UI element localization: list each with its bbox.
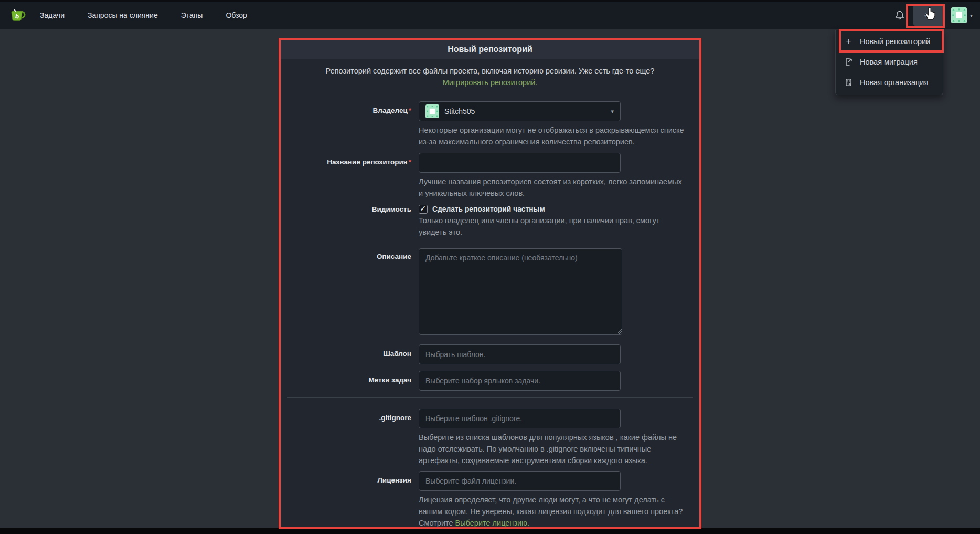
- user-menu-button[interactable]: ▾: [951, 7, 973, 23]
- private-checkbox-label: Сделать репозиторий частным: [432, 205, 545, 213]
- plus-icon: +: [923, 10, 929, 21]
- gitignore-label: .gitignore: [281, 409, 419, 466]
- owner-help: Некоторые организации могут не отображат…: [419, 124, 688, 148]
- navbar: b Задачи Запросы на слияние Этапы Обзор …: [0, 0, 980, 29]
- nav-item-issues[interactable]: Задачи: [40, 11, 65, 19]
- repo-name-label: Название репозитория*: [281, 153, 419, 199]
- visibility-row: Видимость Сделать репозиторий частным То…: [281, 205, 699, 238]
- menu-item-label: Новый репозиторий: [860, 37, 930, 46]
- section-divider: [287, 397, 693, 398]
- organization-icon: [844, 78, 853, 87]
- menu-item-label: Новая миграция: [860, 58, 918, 66]
- gitignore-input[interactable]: [419, 409, 621, 428]
- gitea-logo-icon: b: [9, 7, 26, 24]
- menu-item-new-repository[interactable]: + Новый репозиторий: [836, 31, 943, 51]
- owner-value: Stitch505: [444, 107, 475, 116]
- repo-name-input[interactable]: [419, 153, 621, 173]
- template-input[interactable]: [419, 344, 621, 364]
- license-label: Лицензия: [281, 471, 419, 529]
- chevron-down-icon: ▾: [970, 13, 973, 18]
- menu-item-label: Новая организация: [860, 78, 928, 87]
- navbar-right: + ▾ ▾: [894, 5, 973, 26]
- create-new-button[interactable]: + ▾: [913, 5, 944, 26]
- nav-item-milestones[interactable]: Этапы: [181, 11, 203, 19]
- menu-item-new-migration[interactable]: Новая миграция: [836, 51, 943, 72]
- issue-labels-input[interactable]: [419, 371, 621, 391]
- issue-labels-row: Метки задач: [281, 371, 699, 391]
- description-textarea[interactable]: [419, 248, 622, 335]
- textarea-resize-handle[interactable]: [615, 328, 622, 334]
- form-header: Новый репозиторий: [281, 40, 699, 59]
- required-asterisk: *: [409, 107, 411, 114]
- nav-item-explore[interactable]: Обзор: [226, 11, 247, 19]
- visibility-label: Видимость: [281, 205, 419, 238]
- template-label: Шаблон: [281, 344, 419, 364]
- owner-avatar: [425, 104, 439, 118]
- menu-item-new-organization[interactable]: Новая организация: [836, 72, 943, 92]
- chevron-down-icon: ▾: [611, 108, 614, 115]
- chevron-down-icon: ▾: [931, 13, 934, 18]
- page-title: Новый репозиторий: [448, 45, 532, 54]
- owner-row: Владелец* Stitch505 ▾ Некоторые организа…: [281, 101, 699, 148]
- create-new-dropdown: + Новый репозиторий Новая миграция Новая…: [835, 30, 943, 95]
- owner-label: Владелец*: [281, 101, 419, 148]
- issue-labels-label: Метки задач: [281, 371, 419, 391]
- repo-name-row: Название репозитория* Лучшие названия ре…: [281, 153, 699, 199]
- gitignore-help: Выберите из списка шаблонов для популярн…: [419, 432, 688, 466]
- description-row: Описание: [281, 248, 699, 337]
- required-asterisk: *: [409, 158, 411, 166]
- repo-name-help: Лучшие названия репозиториев состоят из …: [419, 176, 688, 199]
- license-input[interactable]: [419, 471, 621, 491]
- migrate-repository-link[interactable]: Мигрировать репозиторий.: [443, 78, 538, 87]
- description-label: Описание: [281, 248, 419, 337]
- intro-text: Репозиторий содержит все файлы проекта, …: [326, 67, 655, 75]
- gitea-logo[interactable]: b: [9, 7, 26, 24]
- owner-select[interactable]: Stitch505 ▾: [419, 101, 621, 121]
- choose-license-link[interactable]: Выберите лицензию.: [455, 519, 529, 527]
- gitignore-row: .gitignore Выберите из списка шаблонов д…: [281, 409, 699, 466]
- user-avatar: [951, 7, 967, 23]
- migrate-icon: [844, 58, 853, 66]
- new-repository-form: Новый репозиторий Репозиторий содержит в…: [279, 38, 701, 529]
- nav-item-pull-requests[interactable]: Запросы на слияние: [88, 11, 158, 19]
- notifications-bell-icon[interactable]: [894, 9, 906, 21]
- license-help: Лицензия определяет, что другие люди мог…: [419, 494, 688, 529]
- checkbox-checked-icon[interactable]: [419, 205, 428, 214]
- primary-nav: Задачи Запросы на слияние Этапы Обзор: [40, 11, 247, 19]
- visibility-help: Только владелец или члены организации, п…: [419, 215, 688, 238]
- form-intro: Репозиторий содержит все файлы проекта, …: [281, 65, 699, 88]
- private-checkbox-row[interactable]: Сделать репозиторий частным: [419, 205, 691, 214]
- license-row: Лицензия Лицензия определяет, что другие…: [281, 471, 699, 529]
- template-row: Шаблон: [281, 344, 699, 364]
- plus-icon: +: [844, 36, 853, 47]
